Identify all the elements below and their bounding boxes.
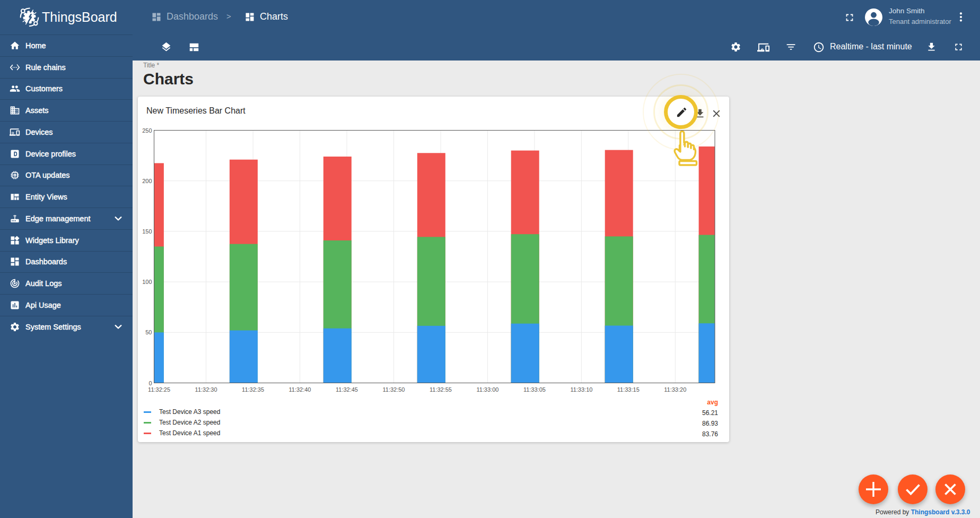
svg-text:50: 50: [145, 329, 152, 335]
svg-text:11:33:20: 11:33:20: [664, 386, 686, 393]
svg-text:11:32:35: 11:32:35: [242, 386, 264, 393]
svg-text:11:32:30: 11:32:30: [195, 386, 217, 393]
svg-text:11:32:55: 11:32:55: [430, 386, 452, 393]
svg-text:0: 0: [148, 380, 152, 386]
svg-text:11:33:00: 11:33:00: [476, 386, 498, 393]
svg-text:11:33:05: 11:33:05: [523, 386, 546, 393]
svg-text:200: 200: [142, 178, 152, 184]
svg-text:11:32:25: 11:32:25: [148, 386, 170, 393]
svg-text:11:32:40: 11:32:40: [288, 386, 311, 393]
svg-text:11:32:45: 11:32:45: [336, 386, 358, 393]
svg-text:250: 250: [142, 127, 152, 134]
svg-text:150: 150: [142, 228, 152, 235]
svg-text:11:33:15: 11:33:15: [617, 386, 640, 393]
svg-text:100: 100: [142, 279, 152, 285]
svg-text:11:32:50: 11:32:50: [382, 386, 405, 393]
svg-text:11:33:10: 11:33:10: [570, 386, 592, 393]
